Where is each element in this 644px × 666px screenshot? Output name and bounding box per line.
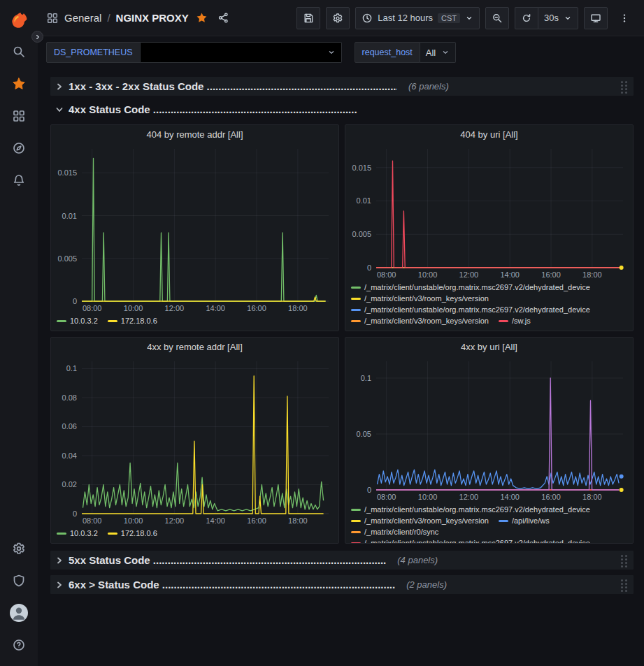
svg-text:0.01: 0.01: [62, 212, 77, 220]
svg-text:0.005: 0.005: [57, 254, 77, 263]
legend-item[interactable]: /sw.js: [499, 315, 531, 326]
variables-bar: DS_PROMETHEUS request_host All: [38, 36, 644, 68]
row-4xx-status-code[interactable]: 4xx Status Code ........................…: [50, 100, 634, 119]
chevron-right-icon: [34, 34, 41, 41]
sidebar-item-explore[interactable]: [5, 134, 33, 162]
legend-label: /_matrix/client/unstable/org.matrix.msc2…: [364, 304, 590, 315]
chart-legend: /_matrix/client/unstable/org.matrix.msc2…: [345, 280, 633, 331]
sidebar-item-search[interactable]: [5, 38, 33, 66]
legend-item[interactable]: /_matrix/client/unstable/org.matrix.msc2…: [351, 537, 590, 543]
sidebar-item-admin[interactable]: [5, 567, 33, 595]
grafana-logo[interactable]: [5, 6, 33, 34]
row-1xx-3xx-2xx-status-code[interactable]: 1xx - 3xx - 2xx Status Code ............…: [50, 77, 634, 96]
user-avatar: [10, 604, 28, 622]
legend-item[interactable]: 172.18.0.6: [108, 528, 157, 539]
svg-text:0: 0: [73, 509, 77, 518]
legend-swatch: [108, 533, 117, 535]
variable-value-datasource[interactable]: [141, 42, 342, 63]
legend-item[interactable]: /_matrix/client/v3/room_keys/version: [351, 315, 489, 326]
svg-text:18:00: 18:00: [288, 516, 308, 525]
row-drag-handle[interactable]: [620, 579, 628, 591]
save-dashboard-button[interactable]: [296, 7, 320, 29]
legend-item[interactable]: /_matrix/client/r0/sync: [351, 526, 438, 537]
more-options-button[interactable]: [613, 7, 636, 29]
refresh-button[interactable]: [515, 7, 538, 29]
variable-datasource: DS_PROMETHEUS: [46, 42, 342, 63]
row-5xx-status-code[interactable]: 5xx Status Code ........................…: [50, 551, 634, 570]
svg-text:0.08: 0.08: [62, 393, 77, 402]
svg-text:14:00: 14:00: [500, 270, 520, 279]
panel-grid: 404 by remote addr [All] 08:0010:0012:00…: [50, 124, 634, 544]
legend-label: /_matrix/client/v3/room_keys/version: [364, 315, 489, 326]
chart-legend: /_matrix/client/unstable/org.matrix.msc2…: [345, 502, 633, 543]
svg-text:10:00: 10:00: [418, 493, 438, 501]
row-6xx-status-code[interactable]: 6xx > Status Code ......................…: [50, 575, 634, 594]
search-icon: [12, 45, 26, 59]
svg-text:0: 0: [367, 263, 371, 272]
legend-label: 172.18.0.6: [121, 528, 157, 539]
legend-item[interactable]: /api/live/ws: [499, 515, 550, 526]
legend-item[interactable]: /_matrix/client/unstable/org.matrix.msc2…: [351, 304, 590, 315]
panel-title[interactable]: 404 by uri [All]: [345, 125, 633, 143]
sidebar: [0, 0, 38, 666]
legend-item[interactable]: /_matrix/client/v3/room_keys/version: [351, 293, 489, 304]
chart-404-by-uri[interactable]: 08:0010:0012:0014:0016:0018:0000.0050.01…: [345, 143, 633, 280]
panel-title[interactable]: 404 by remote addr [All]: [51, 125, 338, 143]
timezone-badge: CST: [438, 13, 460, 23]
chevron-right-icon: [55, 580, 64, 590]
svg-text:16:00: 16:00: [247, 304, 266, 312]
sidebar-expand-button[interactable]: [31, 31, 43, 43]
chart-4xx-by-remote-addr[interactable]: 08:0010:0012:0014:0016:0018:0000.020.040…: [51, 356, 338, 526]
panel-title[interactable]: 4xx by uri [All]: [345, 338, 633, 356]
shield-icon: [12, 574, 26, 588]
breadcrumb-folder[interactable]: General: [64, 12, 101, 24]
svg-text:18:00: 18:00: [582, 493, 602, 501]
sidebar-item-alerting[interactable]: [5, 166, 33, 194]
svg-text:0.06: 0.06: [62, 422, 77, 430]
panel-title[interactable]: 4xx by remote addr [All]: [51, 338, 338, 356]
sidebar-item-starred[interactable]: [5, 70, 33, 98]
share-button[interactable]: [217, 12, 229, 24]
svg-text:18:00: 18:00: [288, 304, 308, 312]
row-title: 5xx Status Code ........................…: [69, 554, 386, 566]
favorite-star-button[interactable]: [196, 12, 208, 24]
svg-text:12:00: 12:00: [459, 270, 479, 279]
dashboard-toolbar: General / NGINX PROXY Last 12 hours: [38, 0, 644, 36]
legend-item[interactable]: /_matrix/client/v3/room_keys/version: [351, 515, 489, 526]
legend-item[interactable]: 10.0.3.2: [57, 528, 98, 539]
svg-text:0.015: 0.015: [352, 164, 371, 172]
svg-text:0.02: 0.02: [62, 480, 77, 488]
row-drag-handle[interactable]: [620, 80, 628, 93]
svg-text:0.1: 0.1: [361, 374, 371, 382]
dashboard-settings-button[interactable]: [326, 7, 350, 29]
chart-4xx-by-uri[interactable]: 08:0010:0012:0014:0016:0018:0000.050.1: [345, 356, 633, 502]
refresh-interval-dropdown[interactable]: 30s: [538, 7, 578, 29]
sidebar-item-settings[interactable]: [5, 535, 33, 563]
legend-item[interactable]: /_matrix/client/unstable/org.matrix.msc2…: [351, 282, 590, 293]
legend-label: /_matrix/client/v3/room_keys/version: [364, 293, 489, 304]
svg-text:18:00: 18:00: [582, 270, 602, 279]
dashboard-title[interactable]: NGINX PROXY: [116, 12, 189, 24]
tv-mode-button[interactable]: [584, 7, 608, 29]
breadcrumb: General / NGINX PROXY: [64, 12, 189, 24]
legend-label: /_matrix/client/unstable/org.matrix.msc2…: [364, 537, 590, 543]
variable-label-datasource: DS_PROMETHEUS: [46, 42, 141, 63]
sidebar-item-dashboards[interactable]: [5, 102, 33, 130]
sidebar-item-profile[interactable]: [5, 599, 33, 627]
legend-item[interactable]: /_matrix/client/unstable/org.matrix.msc2…: [351, 504, 590, 515]
row-drag-handle[interactable]: [620, 554, 628, 567]
request-host-value-text: All: [426, 48, 436, 58]
gear-icon: [332, 13, 343, 24]
time-range-picker[interactable]: Last 12 hours CST: [355, 7, 480, 29]
zoom-out-button[interactable]: [485, 7, 509, 29]
variable-value-request-host[interactable]: All: [420, 42, 456, 63]
legend-swatch: [351, 298, 361, 300]
legend-item[interactable]: 10.0.3.2: [57, 315, 98, 326]
legend-label: /sw.js: [512, 315, 531, 326]
panel-4xx-by-uri: 4xx by uri [All] 08:0010:0012:0014:0016:…: [345, 337, 634, 544]
svg-text:14:00: 14:00: [500, 493, 520, 501]
chevron-right-icon: [55, 556, 64, 565]
sidebar-item-help[interactable]: [5, 631, 33, 659]
chart-404-by-remote-addr[interactable]: 08:0010:0012:0014:0016:0018:0000.0050.01…: [51, 143, 338, 314]
legend-item[interactable]: 172.18.0.6: [108, 315, 157, 326]
